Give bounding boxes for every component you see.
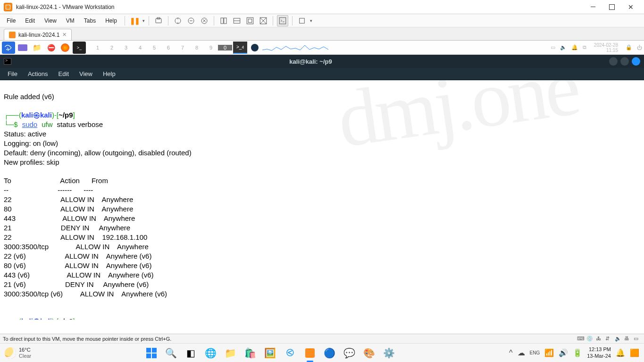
vm-tab-icon <box>9 32 16 38</box>
rules-separator: -- ------ ---- <box>4 186 93 194</box>
vmware-close-button[interactable] <box>621 0 640 14</box>
tools-dropdown-icon[interactable] <box>296 15 308 26</box>
device-net-icon[interactable]: 🖧 <box>596 336 603 342</box>
term-line: Rule added (v6) <box>4 93 54 101</box>
snapshot-revert-icon[interactable] <box>185 15 197 26</box>
device-display-icon[interactable]: ▭ <box>634 336 641 342</box>
store-button[interactable]: 🛍️ <box>243 345 259 361</box>
explorer-button[interactable]: 📁 <box>223 345 239 361</box>
term-menu-file[interactable]: File <box>3 69 22 78</box>
start-button[interactable] <box>143 345 159 361</box>
tray-notifications-icon[interactable]: 🔔 <box>616 348 625 357</box>
firefox-button[interactable] <box>59 42 72 54</box>
device-cd-icon[interactable]: 💿 <box>586 336 594 342</box>
terminal-menubar: File Actions Edit View Help <box>0 68 644 80</box>
search-button[interactable]: 🔍 <box>163 345 179 361</box>
layout-single-icon[interactable] <box>218 15 229 26</box>
tray-battery-icon[interactable]: 🔋 <box>573 348 582 357</box>
layout-split-icon[interactable] <box>231 15 243 26</box>
layout-unity-icon[interactable] <box>244 15 256 26</box>
workspace-2[interactable]: 2 <box>105 45 119 51</box>
tray-copilot-icon[interactable]: 🟧 <box>630 348 639 357</box>
menu-help[interactable]: Help <box>101 16 121 25</box>
terminal-app-icon <box>4 58 11 65</box>
layout-expand-icon[interactable] <box>258 15 269 26</box>
device-printer-icon[interactable]: 🖶 <box>624 336 632 342</box>
task-terminal-active[interactable]: >_4 <box>233 42 247 54</box>
tray-overflow-icon[interactable]: ^ <box>509 349 513 357</box>
vm-tab-close-icon[interactable]: ✕ <box>62 32 67 38</box>
snapshot-button[interactable] <box>153 15 164 26</box>
workspace-7[interactable]: 7 <box>176 45 190 51</box>
taskview-button[interactable]: ◧ <box>183 345 199 361</box>
terminal-close-button[interactable] <box>632 57 640 66</box>
tray-datetime[interactable]: 12:13 PM 13-Mar-24 <box>587 346 611 359</box>
vmware-maximize-button[interactable] <box>602 0 621 14</box>
terminal-body[interactable]: dmj.oneRule added (v6) ┌──(kali㉿kali)-[~… <box>0 80 644 320</box>
workspace-1[interactable]: 1 <box>91 45 105 51</box>
terminal-launcher-button[interactable]: >_ <box>73 42 86 54</box>
chrome-button[interactable]: 🔵 <box>322 345 338 361</box>
vmware-logo-icon <box>4 3 12 11</box>
svg-rect-1 <box>157 17 160 19</box>
whatsapp-button[interactable]: 💬 <box>342 345 358 361</box>
paint-button[interactable]: 🎨 <box>361 345 377 361</box>
edge-button[interactable]: 🌐 <box>203 345 219 361</box>
term-menu-edit[interactable]: Edit <box>54 69 74 78</box>
tray-wifi-icon[interactable]: 📶 <box>544 348 554 357</box>
windows-taskbar: 16°C Clear 🔍 ◧ 🌐 📁 🛍️ 🖼️ ⧀ 🔵 💬 🎨 ⚙️ ^ ☁ … <box>0 343 644 362</box>
workspace-3[interactable]: 3 <box>119 45 133 51</box>
files-button[interactable]: 📁 <box>30 42 43 54</box>
vm-tab[interactable]: kali-linux-2024.1 ✕ <box>4 29 72 40</box>
vmware-minimize-button[interactable] <box>584 0 602 14</box>
device-usb-icon[interactable]: ⇵ <box>605 336 613 342</box>
kali-menu-button[interactable] <box>2 42 15 54</box>
menu-vm[interactable]: VM <box>62 16 78 25</box>
menu-file[interactable]: File <box>3 16 19 25</box>
kali-clock[interactable]: 2024-02-28 11:15 <box>594 42 618 53</box>
workspace-0[interactable]: 0 <box>218 45 232 51</box>
vmware-task-button[interactable] <box>302 345 318 361</box>
snapshot-manager-icon[interactable] <box>199 15 210 26</box>
term-menu-help[interactable]: Help <box>98 69 120 78</box>
vm-suspend-button[interactable]: ❚❚ <box>129 15 140 26</box>
workspace-5[interactable]: 5 <box>147 45 161 51</box>
term-menu-view[interactable]: View <box>75 69 97 78</box>
workspace-8[interactable]: 8 <box>190 45 204 51</box>
show-desktop-button[interactable] <box>16 42 29 54</box>
volume-icon[interactable]: 🔈 <box>560 44 567 51</box>
settings-task-button[interactable]: ⚙️ <box>381 345 397 361</box>
vscode-button[interactable]: ⧀ <box>282 345 298 361</box>
settings-button[interactable]: ⛔ <box>44 42 58 54</box>
menu-edit[interactable]: Edit <box>21 16 39 25</box>
tray-volume-icon[interactable]: 🔊 <box>559 348 568 357</box>
kali-panel: 📁 ⛔ >_ 1234567890 >_4 ▭ 🔈 🔔 ⧉ 2024-02-28… <box>0 41 644 55</box>
terminal-minimize-button[interactable] <box>609 57 618 66</box>
tray-onedrive-icon[interactable]: ☁ <box>518 348 525 357</box>
terminal-window: kali@kali: ~/p9 File Actions Edit View H… <box>0 55 644 320</box>
workspace-9[interactable]: 9 <box>204 45 218 51</box>
term-output: Status: active Logging: on (low) Default… <box>4 130 192 166</box>
term-menu-actions[interactable]: Actions <box>23 69 53 78</box>
console-view-button[interactable] <box>277 15 288 26</box>
terminal-titlebar[interactable]: kali@kali: ~/p9 <box>0 55 644 68</box>
vmware-statusbar: To direct input to this VM, move the mou… <box>0 334 644 343</box>
power-icon[interactable]: ⏻ <box>637 45 642 51</box>
weather-widget[interactable]: 16°C Clear <box>0 347 36 359</box>
tray-language-icon[interactable]: ENG <box>530 350 540 355</box>
network-icon[interactable]: ⧉ <box>583 44 586 51</box>
device-hdd-icon[interactable]: ⌨ <box>577 336 585 342</box>
camera-icon[interactable]: ▭ <box>551 44 555 51</box>
vmware-titlebar: kali-linux-2024.1 - VMware Workstation <box>0 0 644 14</box>
menu-view[interactable]: View <box>41 16 60 25</box>
device-sound-icon[interactable]: 🔈 <box>615 336 622 342</box>
notifications-icon[interactable]: 🔔 <box>571 44 578 51</box>
photos-button[interactable]: 🖼️ <box>262 345 278 361</box>
snapshot-take-icon[interactable] <box>172 15 184 26</box>
workspace-4[interactable]: 4 <box>133 45 147 51</box>
task-clock-app[interactable] <box>248 42 261 54</box>
menu-tabs[interactable]: Tabs <box>80 16 100 25</box>
lock-icon[interactable]: 🔒 <box>626 44 632 51</box>
workspace-6[interactable]: 6 <box>161 45 176 51</box>
terminal-maximize-button[interactable] <box>620 57 629 66</box>
